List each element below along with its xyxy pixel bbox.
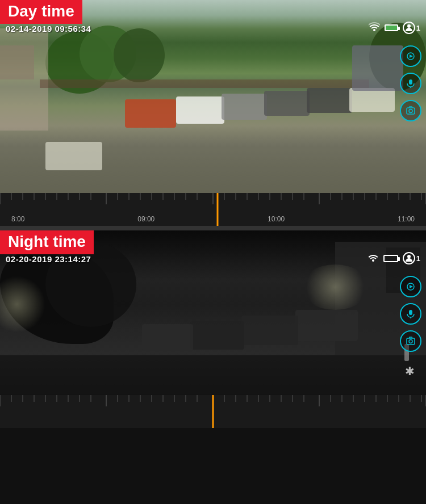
day-timeline-labels: 8:00 09:00 10:00 11:00: [0, 215, 426, 223]
day-photo-button[interactable]: [400, 100, 421, 121]
night-person-wrap: 1: [403, 252, 420, 264]
night-photo-button[interactable]: [400, 330, 421, 352]
night-timestamp: 02-20-2019 23:14:27: [6, 254, 91, 264]
svg-marker-2: [410, 54, 413, 58]
svg-point-45: [407, 255, 411, 258]
day-person-icon: [403, 22, 415, 34]
day-timeline[interactable]: // ticks drawn inline: [0, 193, 426, 226]
day-battery-icon: [385, 24, 398, 31]
night-person-icon: [403, 252, 415, 264]
day-label: Day time: [0, 0, 82, 24]
day-side-controls: [400, 45, 421, 121]
night-crosshair: ✱: [405, 364, 415, 378]
day-time-label-3: 11:00: [398, 215, 415, 223]
svg-marker-47: [410, 285, 413, 288]
night-battery-icon: [383, 255, 398, 262]
day-record-button[interactable]: [400, 45, 421, 67]
svg-rect-5: [407, 108, 415, 114]
day-mic-button[interactable]: [400, 73, 421, 94]
svg-rect-50: [407, 338, 415, 345]
night-camera-view: 02-20-2019 23:14:27: [0, 230, 426, 395]
day-timestamp: 02-14-2019 09:56:34: [6, 24, 91, 33]
night-section: Night time 02-20-2019 23:14:27: [0, 230, 426, 428]
night-status-bar: 1: [367, 252, 420, 264]
day-time-label-1: 09:00: [137, 215, 154, 223]
day-status-bar: 1: [369, 22, 420, 34]
svg-point-6: [409, 110, 412, 113]
svg-rect-3: [409, 79, 412, 85]
night-mic-button[interactable]: [400, 303, 421, 325]
day-wifi-icon: [369, 22, 380, 33]
night-side-controls: [400, 276, 421, 352]
day-person-wrap: 1: [403, 22, 420, 34]
night-timeline[interactable]: [0, 395, 426, 428]
day-time-label-2: 10:00: [268, 215, 285, 223]
day-section: Day time 02-14-2019 09:56:34: [0, 0, 426, 226]
night-timeline-marker: [212, 395, 214, 428]
svg-point-51: [409, 340, 412, 343]
svg-rect-48: [409, 310, 412, 315]
night-person-count: 1: [416, 254, 420, 263]
night-record-button[interactable]: [400, 276, 421, 297]
svg-point-0: [407, 24, 411, 28]
day-camera-view: 02-14-2019 09:56:34 1: [0, 0, 426, 193]
night-label: Night time: [0, 230, 94, 254]
day-time-label-0: 8:00: [11, 215, 24, 223]
section-gap: [0, 226, 426, 230]
night-wifi-icon: [367, 253, 379, 264]
day-person-count: 1: [416, 24, 420, 32]
